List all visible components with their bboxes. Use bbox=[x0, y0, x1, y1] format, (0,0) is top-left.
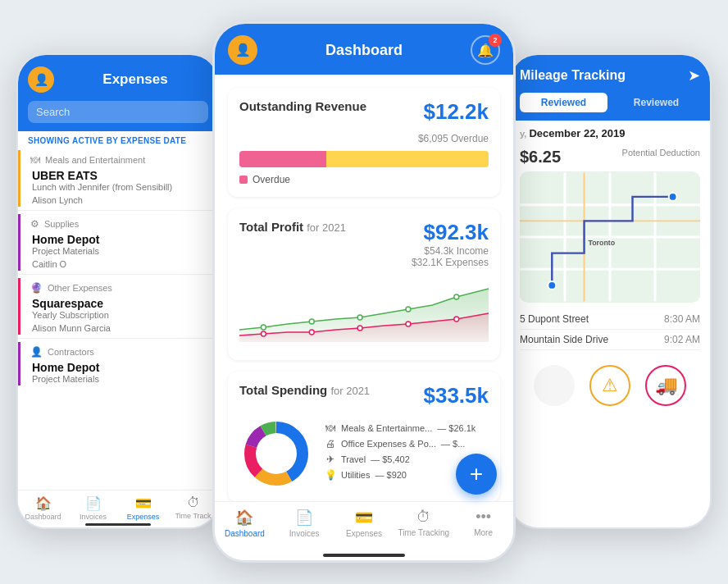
mileage-header: Mileage Tracking ➤ bbox=[510, 55, 710, 93]
dashboard-icon: 🏠 bbox=[35, 495, 52, 511]
list-item[interactable]: UBER EATS Lunch with Jennifer (from Sens… bbox=[20, 167, 218, 194]
mileage-phone: Mileage Tracking ➤ Reviewed Reviewed y, … bbox=[508, 53, 712, 529]
expense-group-supplies: ⚙ Supplies Home Depot Project Materials … bbox=[18, 214, 218, 271]
travel-spending-icon: ✈ bbox=[325, 454, 336, 465]
profit-expenses: $32.1K Expenses bbox=[412, 257, 489, 268]
time-c-icon: ⏱ bbox=[416, 509, 431, 526]
revenue-title: Outstanding Revenue bbox=[239, 99, 366, 113]
meals-spending-icon: 🍽 bbox=[325, 422, 336, 434]
mileage-date: y, December 22, 2019 bbox=[510, 121, 710, 146]
svg-point-4 bbox=[454, 294, 459, 299]
nav-item-dashboard[interactable]: 🏠 Dashboard bbox=[18, 495, 68, 521]
svg-point-27 bbox=[669, 193, 677, 201]
profit-amount: $92.3k bbox=[412, 220, 489, 245]
notification-bell[interactable]: 🔔 2 bbox=[471, 35, 500, 65]
nav-item-expenses[interactable]: 💳 Expenses bbox=[118, 495, 168, 521]
list-item[interactable]: Squarespace Yearly Subscription bbox=[20, 295, 218, 322]
other-icon: 🔮 bbox=[30, 282, 43, 294]
invoices-icon: 📄 bbox=[85, 495, 102, 511]
profit-header: Total Profit for 2021 $92.3k $54.3k Inco… bbox=[239, 220, 489, 268]
tab-unreviewed[interactable]: Reviewed bbox=[520, 93, 607, 112]
pending-bar bbox=[326, 151, 489, 167]
group-label-other: Other Expenses bbox=[48, 283, 112, 293]
nav-center-dashboard[interactable]: 🏠 Dashboard bbox=[215, 509, 275, 552]
tab-reviewed[interactable]: Reviewed bbox=[612, 93, 700, 112]
trip-item-1[interactable]: 5 Dupont Street 8:30 AM bbox=[520, 309, 700, 330]
trip-name-1: 5 Dupont Street bbox=[520, 313, 589, 325]
dashboard-phone: 👤 Dashboard 🔔 2 Outstanding Revenue $12.… bbox=[212, 21, 516, 563]
svg-point-7 bbox=[357, 326, 362, 331]
dash-icon: 🏠 bbox=[235, 509, 253, 527]
spending-travel-amount: — $5,402 bbox=[371, 454, 410, 464]
delivery-icon-circle[interactable]: 🚚 bbox=[645, 365, 686, 406]
expenses-title: Expenses bbox=[62, 71, 208, 88]
inv-icon: 📄 bbox=[295, 509, 313, 527]
revenue-card: Outstanding Revenue $12.2k $6,095 Overdu… bbox=[228, 88, 500, 197]
expenses-header: 👤 Expenses bbox=[18, 55, 218, 101]
svg-point-1 bbox=[309, 319, 314, 324]
profit-chart bbox=[239, 276, 489, 342]
nav-center-expenses[interactable]: 💳 Expenses bbox=[334, 509, 394, 552]
empty-circle bbox=[534, 365, 575, 406]
nav-item-invoices[interactable]: 📄 Invoices bbox=[68, 495, 118, 521]
mileage-title: Mileage Tracking bbox=[520, 68, 626, 83]
more-icon: ••• bbox=[475, 509, 491, 526]
supplies-icon: ⚙ bbox=[30, 218, 39, 230]
revenue-header: Outstanding Revenue $12.2k bbox=[239, 99, 489, 125]
dashboard-header: 👤 Dashboard 🔔 2 bbox=[215, 24, 513, 75]
list-item[interactable]: Home Depot Project Materials bbox=[20, 231, 218, 258]
svg-point-0 bbox=[261, 325, 266, 330]
notif-badge: 2 bbox=[489, 34, 502, 47]
svg-point-26 bbox=[548, 281, 556, 290]
dashboard-scroll[interactable]: Outstanding Revenue $12.2k $6,095 Overdu… bbox=[215, 75, 513, 506]
mileage-bottom-icons: ⚠ 🚚 bbox=[510, 357, 710, 414]
group-label-contractors: Contractors bbox=[48, 347, 94, 357]
expense-group-contractors: 👤 Contractors Home Depot Project Materia… bbox=[18, 342, 218, 386]
fab-button[interactable]: + bbox=[456, 454, 497, 495]
trip-list: 5 Dupont Street 8:30 AM Mountain Side Dr… bbox=[510, 303, 710, 357]
nav-center-invoices[interactable]: 📄 Invoices bbox=[275, 509, 334, 552]
spending-header: Total Spending for 2021 $33.5k bbox=[239, 383, 489, 408]
search-input[interactable]: Search bbox=[28, 101, 208, 123]
spending-title: Total Spending for 2021 bbox=[239, 383, 370, 397]
list-item[interactable]: Alison Lynch bbox=[20, 194, 218, 207]
review-tabs: Reviewed Reviewed bbox=[510, 93, 710, 121]
spending-office-amount: — $... bbox=[441, 439, 465, 449]
expenses-icon: 💳 bbox=[135, 495, 152, 511]
send-icon[interactable]: ➤ bbox=[688, 66, 700, 84]
svg-point-8 bbox=[406, 322, 411, 326]
list-item[interactable]: Caitlin O bbox=[20, 258, 218, 271]
trip-time-2: 9:02 AM bbox=[664, 334, 700, 345]
nav-center-time[interactable]: ⏱ Time Tracking bbox=[394, 509, 453, 552]
nav-label-more-c: More bbox=[474, 528, 493, 537]
home-indicator-center bbox=[323, 554, 405, 557]
group-header-meals: 🍽 Meals and Entertainment bbox=[20, 150, 218, 167]
svg-point-3 bbox=[406, 307, 411, 312]
nav-center-more[interactable]: ••• More bbox=[453, 509, 513, 552]
group-header-supplies: ⚙ Supplies bbox=[20, 214, 218, 231]
warning-icon-circle[interactable]: ⚠ bbox=[589, 365, 630, 406]
nav-label-time-c: Time Tracking bbox=[398, 528, 449, 537]
group-label-supplies: Supplies bbox=[44, 219, 79, 229]
bottom-nav-center: 🏠 Dashboard 📄 Invoices 💳 Expenses ⏱ Time… bbox=[215, 501, 513, 560]
nav-label-invoices-c: Invoices bbox=[289, 529, 320, 538]
list-item[interactable]: Alison Munn Garcia bbox=[20, 322, 218, 335]
user-avatar[interactable]: 👤 bbox=[228, 35, 257, 65]
group-header-contractors: 👤 Contractors bbox=[20, 342, 218, 359]
nav-label-invoices: Invoices bbox=[80, 513, 107, 521]
profit-title: Total Profit for 2021 bbox=[239, 220, 346, 234]
profit-amounts: $92.3k $54.3k Income $32.1K Expenses bbox=[412, 220, 489, 268]
spending-meals-label: Meals & Entertainme... bbox=[341, 423, 432, 433]
donut-chart bbox=[239, 417, 313, 490]
avatar: 👤 bbox=[28, 66, 54, 93]
search-bar: Search bbox=[18, 101, 218, 131]
mileage-amount: $6.25 bbox=[520, 148, 561, 167]
spending-section: 🍽 Meals & Entertainme... — $26.1k 🖨 Offi… bbox=[239, 417, 489, 490]
list-item[interactable]: Home Depot Project Materials bbox=[20, 359, 218, 386]
profit-income: $54.3k Income bbox=[412, 245, 489, 257]
spending-item-office: 🖨 Office Expenses & Po... — $... bbox=[325, 438, 489, 449]
mileage-deduction: Potential Deduction bbox=[622, 148, 700, 167]
home-indicator bbox=[85, 523, 151, 526]
nav-item-time[interactable]: ⏱ Time Track bbox=[168, 495, 218, 521]
trip-item-2[interactable]: Mountain Side Drive 9:02 AM bbox=[520, 330, 700, 350]
